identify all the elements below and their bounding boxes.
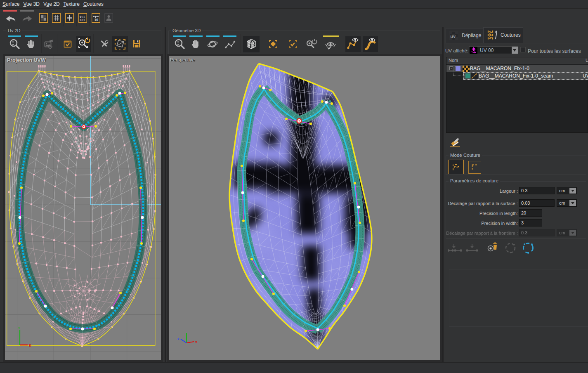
svg-text:u: u xyxy=(29,343,31,347)
svg-text:10: 10 xyxy=(94,18,99,22)
svg-text:Projection UVW: Projection UVW xyxy=(7,57,46,63)
svg-text:0b1: 0b1 xyxy=(80,15,85,19)
svg-text:uv: uv xyxy=(450,34,456,39)
svg-text:x: x xyxy=(195,340,197,344)
svg-text:Perspective: Perspective xyxy=(170,57,195,62)
svg-text:z: z xyxy=(177,337,179,341)
svg-text:0a1: 0a1 xyxy=(80,19,85,22)
svg-text:v: v xyxy=(18,326,20,330)
